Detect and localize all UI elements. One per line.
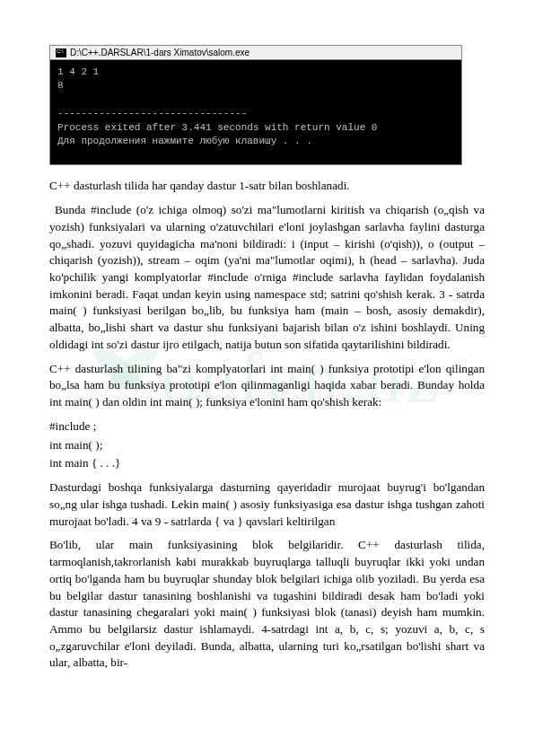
code-line-1: #include ; xyxy=(49,418,485,435)
console-dashes: -------------------------------- xyxy=(57,108,247,119)
paragraph-5: Bo'lib, ular main funksiyasining blok be… xyxy=(49,537,485,672)
console-press-line: Для продолжения нажмите любую клавишу . … xyxy=(57,136,312,146)
code-line-3: int main { . . .} xyxy=(49,455,485,472)
cmd-icon xyxy=(56,48,66,57)
paragraph-2: Bunda #include (o'z ichiga olmoq) so'zi … xyxy=(49,202,485,354)
console-output: 1 4 2 1 8 ------------------------------… xyxy=(49,59,462,165)
paragraph-1: C++ dasturlash tilida har qanday dastur … xyxy=(49,178,485,195)
console-titlebar: D:\C++.DARSLAR\1-dars Ximatov\salom.exe xyxy=(49,45,462,59)
console-window: D:\C++.DARSLAR\1-dars Ximatov\salom.exe … xyxy=(49,45,462,165)
console-title: D:\C++.DARSLAR\1-dars Ximatov\salom.exe xyxy=(70,48,249,57)
console-line-2: 8 xyxy=(57,80,64,91)
page-content: D:\C++.DARSLAR\1-dars Ximatov\salom.exe … xyxy=(0,0,534,708)
paragraph-3: C++ dasturlash tilining ba"zi komplyator… xyxy=(49,361,485,411)
body-text: C++ dasturlash tilida har qanday dastur … xyxy=(49,178,485,672)
console-line-1: 1 4 2 1 xyxy=(57,66,99,77)
console-process-line: Process exited after 3.441 seconds with … xyxy=(57,122,377,133)
paragraph-4: Dasturdagi boshqa funksiyalarga dasturni… xyxy=(49,479,485,530)
code-line-2: int main( ); xyxy=(49,437,485,454)
